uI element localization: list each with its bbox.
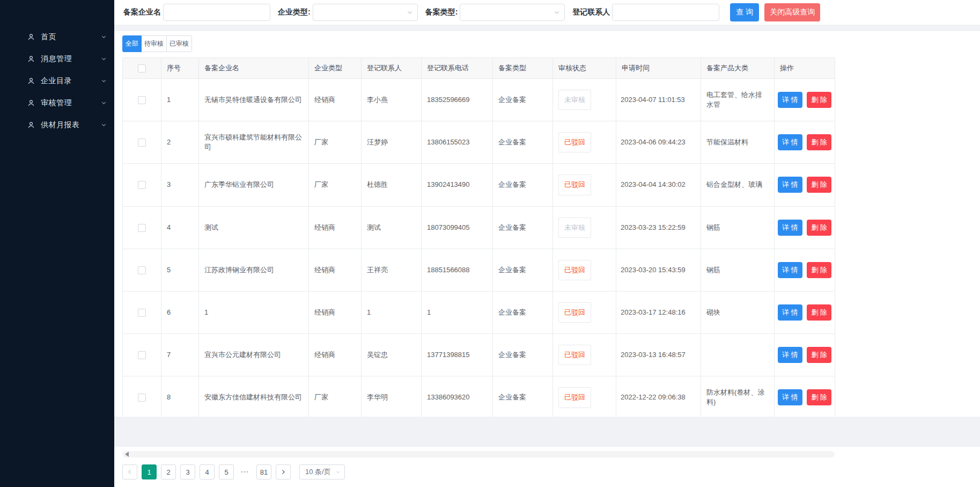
row-index: 4 [161, 206, 199, 249]
row-company-name: 江苏政博钢业有限公司 [199, 249, 309, 291]
row-checkbox[interactable] [138, 139, 146, 147]
filter-record-type-group: 备案类型: [425, 4, 565, 21]
status-badge: 已驳回 [558, 302, 591, 323]
last-page-button[interactable]: 81 [256, 464, 271, 479]
detail-button[interactable]: 详 情 [778, 347, 802, 363]
delete-button[interactable]: 删 除 [807, 220, 831, 236]
delete-button[interactable]: 删 除 [807, 262, 831, 278]
pagination: 1 2 3 4 5 ••• 81 10 条/页 [122, 464, 972, 479]
table-row: 1 无锡市昊特佳暖通设备有限公司 经销商 李小燕 18352596669 企业备… [123, 79, 835, 121]
more-pages-ellipsis: ••• [238, 469, 252, 475]
company-name-input[interactable] [163, 4, 270, 21]
select-all-checkbox[interactable] [138, 64, 146, 72]
page-button-2[interactable]: 2 [161, 464, 176, 479]
row-record-type: 企业备案 [493, 334, 553, 376]
next-page-button[interactable] [276, 464, 291, 479]
row-record-type: 企业备案 [493, 79, 553, 121]
detail-button[interactable]: 详 情 [778, 304, 802, 321]
row-checkbox[interactable] [138, 266, 146, 274]
record-type-select[interactable] [460, 4, 565, 21]
row-enterprise-type: 经销商 [309, 249, 362, 291]
detail-button[interactable]: 详 情 [778, 134, 802, 150]
prev-page-button[interactable] [122, 464, 137, 479]
horizontal-scrollbar[interactable] [122, 451, 835, 457]
row-checkbox[interactable] [138, 394, 146, 402]
page-button-3[interactable]: 3 [180, 464, 195, 479]
row-contact: 李华明 [362, 376, 422, 417]
row-contact: 1 [362, 291, 422, 333]
scroll-left-arrow-icon [125, 452, 129, 457]
row-record-type: 企业备案 [493, 291, 553, 333]
contact-person-input[interactable] [612, 4, 719, 21]
sidebar-item[interactable]: 审核管理 [0, 92, 114, 114]
row-contact: 测试 [362, 206, 422, 249]
sidebar-item-label: 审核管理 [41, 98, 72, 108]
row-checkbox[interactable] [138, 224, 146, 232]
search-button[interactable]: 查 询 [730, 3, 759, 21]
row-product-category [701, 334, 775, 376]
chevron-down-icon [335, 469, 341, 475]
sidebar-item[interactable]: 消息管理 [0, 48, 114, 70]
row-index: 8 [161, 376, 199, 417]
page-button-5[interactable]: 5 [219, 464, 234, 479]
row-company-name: 测试 [199, 206, 309, 249]
enterprise-type-select[interactable] [313, 4, 418, 21]
row-product-category: 铝合金型材、玻璃 [701, 164, 775, 206]
header-checkbox-cell [123, 58, 161, 79]
page-size-select[interactable]: 10 条/页 [299, 464, 345, 479]
tab-pending[interactable]: 待审核 [141, 35, 167, 52]
row-apply-time: 2023-03-20 15:43:59 [616, 249, 701, 291]
row-index: 2 [161, 121, 199, 164]
header-review-status: 审核状态 [553, 58, 616, 79]
detail-button[interactable]: 详 情 [778, 220, 802, 236]
delete-button[interactable]: 删 除 [807, 389, 831, 405]
status-tabs: 全部 待审核 已审核 [122, 35, 972, 52]
row-product-category: 节能保温材料 [701, 121, 775, 164]
row-company-name: 1 [199, 291, 309, 333]
filter-company-group: 备案企业名 [123, 4, 270, 21]
row-checkbox[interactable] [138, 96, 146, 104]
row-enterprise-type: 厂家 [309, 376, 362, 417]
delete-button[interactable]: 删 除 [807, 177, 831, 193]
header-record-type: 备案类型 [493, 58, 553, 79]
detail-button[interactable]: 详 情 [778, 177, 802, 193]
sidebar-item-label: 首页 [41, 32, 56, 42]
chevron-down-icon [101, 56, 107, 62]
user-icon [27, 121, 35, 129]
page-button-4[interactable]: 4 [200, 464, 215, 479]
row-apply-time: 2022-12-22 09:06:38 [616, 376, 701, 417]
tab-reviewed[interactable]: 已审核 [166, 35, 192, 52]
tab-all[interactable]: 全部 [122, 35, 142, 52]
chevron-down-icon [407, 9, 413, 16]
row-contact: 李小燕 [362, 79, 422, 121]
row-enterprise-type: 经销商 [309, 291, 362, 333]
status-badge: 已驳回 [558, 132, 591, 152]
delete-button[interactable]: 删 除 [807, 347, 831, 363]
sidebar: 首页 消息管理 企业目录 审核管理 供材 [0, 0, 114, 487]
row-index: 3 [161, 164, 199, 206]
page-button-1[interactable]: 1 [142, 464, 157, 479]
sidebar-menu: 首页 消息管理 企业目录 审核管理 供材 [0, 26, 114, 136]
sidebar-item[interactable]: 供材月报表 [0, 114, 114, 136]
delete-button[interactable]: 删 除 [807, 134, 831, 150]
delete-button[interactable]: 删 除 [807, 92, 831, 108]
row-checkbox[interactable] [138, 181, 146, 189]
row-enterprise-type: 经销商 [309, 206, 362, 249]
table-row: 2 宜兴市硕科建筑节能材料有限公司 厂家 汪梦婷 13806155023 企业备… [123, 121, 835, 164]
row-contact: 汪梦婷 [362, 121, 422, 164]
detail-button[interactable]: 详 情 [778, 92, 802, 108]
header-index: 序号 [161, 58, 199, 79]
status-badge: 已驳回 [558, 175, 591, 195]
detail-button[interactable]: 详 情 [778, 262, 802, 278]
sidebar-item-label: 企业目录 [41, 76, 72, 86]
delete-button[interactable]: 删 除 [807, 304, 831, 321]
row-enterprise-type: 厂家 [309, 121, 362, 164]
row-checkbox[interactable] [138, 351, 146, 359]
row-phone: 13771398815 [422, 334, 493, 376]
row-checkbox[interactable] [138, 309, 146, 317]
close-advanced-query-button[interactable]: 关闭高级查询 [764, 3, 820, 21]
row-enterprise-type: 经销商 [309, 79, 362, 121]
sidebar-item[interactable]: 企业目录 [0, 70, 114, 92]
detail-button[interactable]: 详 情 [778, 389, 802, 405]
sidebar-item[interactable]: 首页 [0, 26, 114, 48]
